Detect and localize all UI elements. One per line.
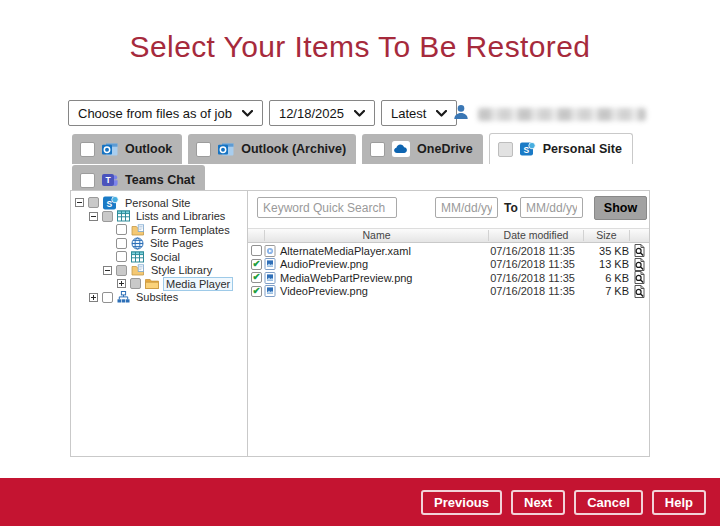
tree-node-label: Site Pages <box>148 237 205 249</box>
account-info <box>452 103 646 125</box>
file-size: 35 KB <box>583 245 629 257</box>
job-dropdown-label: Choose from files as of job <box>78 106 232 121</box>
tree-node-label: Style Library <box>149 264 214 276</box>
header-preview-column <box>629 230 649 241</box>
collapse-icon[interactable] <box>75 198 84 207</box>
date-to-input[interactable] <box>520 197 583 218</box>
globe-icon <box>131 237 144 250</box>
tab-outlook[interactable]: Outlook <box>72 134 182 164</box>
tree-checkbox-form-templates[interactable] <box>116 224 127 235</box>
tab-personal-site[interactable]: SPersonal Site <box>489 133 633 164</box>
cancel-button[interactable]: Cancel <box>574 490 643 515</box>
outlook-icon <box>102 142 118 157</box>
svg-text:S: S <box>523 145 529 155</box>
preview-icon[interactable] <box>629 285 649 298</box>
preview-icon[interactable] <box>629 271 649 284</box>
tree-checkbox-social[interactable] <box>116 251 127 262</box>
preview-icon[interactable] <box>629 244 649 257</box>
file-name: AudioPreview.png <box>280 258 368 270</box>
show-button[interactable]: Show <box>594 196 647 220</box>
tab-checkbox-teams-chat[interactable] <box>80 173 95 188</box>
tab-label: Personal Site <box>543 142 622 156</box>
file-date-modified: 07/16/2018 11:35 <box>488 285 583 297</box>
file-checkbox[interactable] <box>251 272 262 283</box>
file-size: 6 KB <box>583 272 629 284</box>
table-icon <box>117 210 130 222</box>
job-version-dropdown[interactable]: Latest <box>381 100 457 126</box>
chevron-down-icon <box>242 110 253 117</box>
tree-checkbox-subsites[interactable] <box>102 292 113 303</box>
file-name: AlternateMediaPlayer.xaml <box>280 245 411 257</box>
snapshot-controls: Choose from files as of job 12/18/2025 L… <box>68 100 457 126</box>
tree-checkbox-personal-site[interactable] <box>88 197 99 208</box>
file-list-panel: To Show Name Date modified Size Alternat… <box>248 191 649 456</box>
tab-checkbox-personal-site[interactable] <box>498 142 513 157</box>
previous-button[interactable]: Previous <box>421 490 502 515</box>
expand-icon[interactable] <box>89 293 98 302</box>
tab-checkbox-outlook-archive[interactable] <box>196 142 211 157</box>
header-name[interactable]: Name <box>264 230 488 241</box>
table-icon <box>131 251 144 263</box>
job-dropdown[interactable]: Choose from files as of job <box>68 100 263 126</box>
tree-node-subsites[interactable]: Subsites <box>73 291 245 305</box>
chevron-down-icon <box>436 110 447 117</box>
restore-wizard-page: Select Your Items To Be Restored Choose … <box>0 0 720 526</box>
header-date-modified[interactable]: Date modified <box>488 230 583 241</box>
help-button[interactable]: Help <box>652 490 706 515</box>
tree-node-label: Media Player <box>163 277 233 291</box>
tree-node-site-pages[interactable]: Site Pages <box>73 237 245 251</box>
tree-node-lists-and-libraries[interactable]: Lists and Libraries <box>73 210 245 224</box>
file-row[interactable]: VideoPreview.png07/16/2018 11:357 KB <box>248 285 649 299</box>
tab-checkbox-outlook[interactable] <box>80 142 95 157</box>
tree-node-style-library[interactable]: Style Library <box>73 264 245 278</box>
keyword-search-input[interactable] <box>257 197 397 218</box>
onedrive-icon <box>392 141 410 157</box>
site-tree-panel: SPersonal SiteLists and LibrariesForm Te… <box>71 191 248 456</box>
tab-outlook-archive[interactable]: Outlook (Archive) <box>188 134 356 164</box>
file-checkbox[interactable] <box>251 259 262 270</box>
tree-checkbox-style-library[interactable] <box>116 265 127 276</box>
file-date-modified: 07/16/2018 11:35 <box>488 258 583 270</box>
preview-icon[interactable] <box>629 258 649 271</box>
tree-node-personal-site[interactable]: SPersonal Site <box>73 196 245 210</box>
tree-node-form-templates[interactable]: Form Templates <box>73 223 245 237</box>
file-table-header: Name Date modified Size <box>248 228 649 243</box>
file-checkbox[interactable] <box>251 286 262 297</box>
restore-browser-panel: SPersonal SiteLists and LibrariesForm Te… <box>70 190 650 457</box>
collapse-icon[interactable] <box>103 266 112 275</box>
file-checkbox-cell <box>248 286 264 297</box>
sharepoint-icon: S <box>520 141 536 157</box>
file-row[interactable]: MediaWebPartPreview.png07/16/2018 11:356… <box>248 271 649 285</box>
file-name: MediaWebPartPreview.png <box>280 272 412 284</box>
tree-node-social[interactable]: Social <box>73 250 245 264</box>
tab-label: Teams Chat <box>125 173 195 187</box>
tab-onedrive[interactable]: OneDrive <box>362 134 483 164</box>
tree-node-label: Subsites <box>134 291 180 303</box>
file-checkbox-cell <box>248 259 264 270</box>
account-email-redacted <box>478 108 646 121</box>
date-from-input[interactable] <box>435 197 498 218</box>
file-media-icon <box>264 245 276 257</box>
tree-checkbox-site-pages[interactable] <box>116 238 127 249</box>
tree-checkbox-media-player[interactable] <box>130 278 141 289</box>
tree-checkbox-lists-and-libraries[interactable] <box>102 211 113 222</box>
collapse-icon[interactable] <box>89 212 98 221</box>
header-size[interactable]: Size <box>583 230 629 241</box>
next-button[interactable]: Next <box>511 490 565 515</box>
file-row[interactable]: AudioPreview.png07/16/2018 11:3513 KB <box>248 258 649 272</box>
expand-icon[interactable] <box>117 279 126 288</box>
file-row[interactable]: AlternateMediaPlayer.xaml07/16/2018 11:3… <box>248 244 649 258</box>
job-date-value: 12/18/2025 <box>279 106 344 121</box>
tree-node-media-player[interactable]: Media Player <box>73 277 245 291</box>
file-name-cell: AlternateMediaPlayer.xaml <box>264 245 488 257</box>
file-image-icon <box>264 272 276 284</box>
tree-node-label: Social <box>148 251 182 263</box>
job-date-dropdown[interactable]: 12/18/2025 <box>269 100 375 126</box>
tab-checkbox-onedrive[interactable] <box>370 142 385 157</box>
date-range-to-label: To <box>504 201 518 215</box>
job-version-value: Latest <box>391 106 426 121</box>
folder-icon <box>145 278 159 289</box>
svg-text:T: T <box>105 175 111 185</box>
file-image-icon <box>264 285 276 297</box>
file-checkbox[interactable] <box>251 245 262 256</box>
